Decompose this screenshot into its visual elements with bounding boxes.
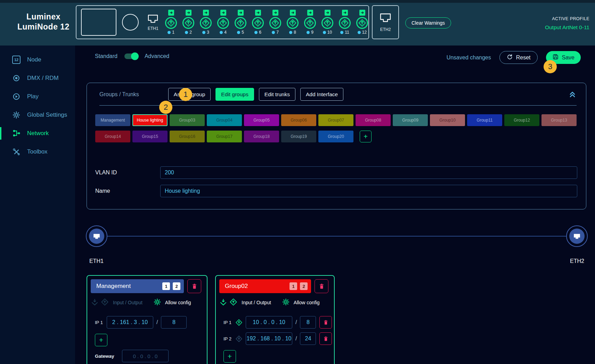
group-name-row: Name House lighting [95, 185, 577, 197]
delete-ip-button[interactable] [319, 332, 332, 345]
group-chip[interactable]: Group19 [281, 131, 316, 142]
dmx-ports-row: 123456789101112 [165, 10, 368, 35]
save-area: Unsaved changes Reset Save [447, 51, 581, 64]
mode-toggle-switch[interactable] [124, 53, 138, 59]
vlan-id-input[interactable]: 200 [160, 166, 577, 179]
group-chip[interactable]: Group16 [170, 131, 205, 142]
ip1-row: IP 1 2 . 161 . 3 . 10 / 8 [95, 316, 207, 329]
group-chip[interactable]: Group17 [207, 131, 242, 142]
group-chip[interactable]: Group09 [393, 114, 428, 126]
input-diamond-icon[interactable] [219, 298, 227, 307]
sidebar-item-dmx-rdm[interactable]: DMX / RDM [0, 69, 75, 87]
port-indicator-dot [289, 31, 292, 34]
advanced-mode-label[interactable]: Advanced [145, 53, 169, 59]
group-chip[interactable]: Group04 [207, 114, 242, 126]
device-port[interactable]: 2 [182, 10, 195, 35]
port-status-icon [269, 17, 282, 29]
sidebar-item-play[interactable]: Play [0, 87, 75, 106]
group-chip[interactable]: Group06 [281, 114, 316, 126]
active-profile-label: ACTIVE PROFILE [545, 16, 589, 21]
eth1-port: ETH1 [146, 14, 161, 31]
group-chips-row-2: Group14Group15Group16Group17Group18Group… [95, 131, 578, 142]
device-port[interactable]: 5 [234, 10, 247, 35]
reset-button[interactable]: Reset [499, 51, 538, 64]
port-number: 7 [276, 30, 279, 35]
gear-icon[interactable] [282, 298, 290, 307]
ip2-mask-input[interactable]: 24 [300, 332, 316, 345]
group-chip[interactable]: Group05 [244, 114, 279, 126]
add-interface-button[interactable]: Add Interface [300, 88, 343, 101]
delete-ip-button[interactable] [319, 316, 332, 329]
input-diamond-icon[interactable] [91, 298, 99, 307]
eth2-node[interactable] [566, 225, 588, 247]
group-chip[interactable]: Group20 [318, 131, 353, 142]
collapse-panel-button[interactable] [566, 89, 579, 99]
clear-warnings-label: Clear Warnings [411, 20, 445, 26]
group-chip[interactable]: Group15 [132, 131, 168, 142]
allow-config-label: Allow config [165, 300, 191, 305]
device-port[interactable]: 12 [356, 10, 368, 35]
card-header-bar[interactable]: Management 1 2 [91, 279, 184, 293]
group-chip[interactable]: Group07 [318, 114, 353, 126]
delete-interface-button[interactable] [315, 279, 328, 293]
gear-icon[interactable] [154, 298, 161, 307]
group-chip[interactable]: Group03 [170, 114, 205, 126]
add-group-button[interactable]: + [360, 131, 372, 142]
ip2-address-input[interactable]: 192 . 168 . 10 . 10 [246, 332, 292, 345]
device-port[interactable]: 4 [217, 10, 229, 35]
ip1-address-input[interactable]: 2 . 161 . 3 . 10 [107, 316, 153, 329]
device-port[interactable]: 10 [321, 10, 334, 35]
standard-mode-label[interactable]: Standard [95, 53, 117, 59]
group-chip[interactable]: Group12 [504, 114, 539, 126]
output-diamond-icon[interactable] [229, 298, 237, 307]
output-diamond-icon [235, 319, 244, 326]
port-status-icon [304, 17, 316, 29]
card-header-bar[interactable]: Group02 1 2 [219, 279, 311, 293]
interface-card-management: Management 1 2 Input / Output Allow conf… [87, 275, 207, 364]
eth1-assigned-badge: 1 [290, 282, 297, 290]
device-port[interactable]: 9 [304, 10, 316, 35]
network-icon [12, 129, 21, 137]
group-chip[interactable]: Group14 [95, 131, 130, 142]
device-port[interactable]: 1 [165, 10, 177, 35]
group-chip[interactable]: Management [95, 114, 130, 126]
port-number: 1 [172, 30, 174, 35]
eth2-diagram-label: ETH2 [570, 258, 584, 264]
gateway-input[interactable]: 0 . 0 . 0 . 0 [122, 350, 169, 362]
ip1-mask-input[interactable]: 8 [161, 316, 187, 329]
groups-panel-header: Groups / Trunks Assign groupEdit groupsE… [87, 83, 586, 101]
device-port[interactable]: 6 [252, 10, 264, 35]
device-port[interactable]: 11 [339, 10, 351, 35]
edit-groups-button[interactable]: Edit groups [215, 88, 254, 101]
clear-warnings-button[interactable]: Clear Warnings [405, 17, 451, 28]
group-chip[interactable]: Group18 [244, 131, 279, 142]
ip1-mask-input[interactable]: 8 [300, 316, 316, 329]
device-screen [81, 9, 116, 36]
sidebar-item-node[interactable]: 12Node [0, 50, 75, 69]
sidebar-nav: 12NodeDMX / RDMPlayGlobal SettingsNetwor… [0, 46, 75, 364]
group-chip[interactable]: Group10 [430, 114, 465, 126]
group-chip[interactable]: Group08 [356, 114, 391, 126]
sidebar-item-network[interactable]: Network [0, 124, 75, 142]
top-header: Luminex LumiNode 12 ETH1 123456789101112… [0, 0, 595, 46]
output-diamond-icon[interactable] [101, 298, 109, 307]
output-arrow-icon [272, 10, 278, 16]
output-arrow-icon [220, 10, 226, 16]
add-ip-button[interactable]: + [223, 350, 236, 363]
add-ip-button[interactable]: + [95, 334, 107, 346]
group-name-input[interactable]: House lighting [160, 185, 577, 197]
sidebar-item-toolbox[interactable]: Toolbox [0, 142, 75, 161]
ip1-address-input[interactable]: 10 . 0 . 0 . 10 [246, 316, 292, 329]
sidebar-item-global-settings[interactable]: Global Settings [0, 106, 75, 124]
edit-trunks-button[interactable]: Edit trunks [259, 88, 295, 101]
device-port[interactable]: 8 [286, 10, 299, 35]
device-port[interactable]: 3 [199, 10, 212, 35]
group-name-label: Name [95, 188, 160, 194]
group-chip[interactable]: Group13 [541, 114, 577, 126]
delete-interface-button[interactable] [187, 279, 201, 293]
port-status-icon [182, 17, 195, 29]
eth1-node[interactable] [86, 225, 107, 247]
device-port[interactable]: 7 [269, 10, 282, 35]
group-chip[interactable]: Group11 [467, 114, 502, 126]
group-chip[interactable]: House lighting [132, 114, 168, 126]
